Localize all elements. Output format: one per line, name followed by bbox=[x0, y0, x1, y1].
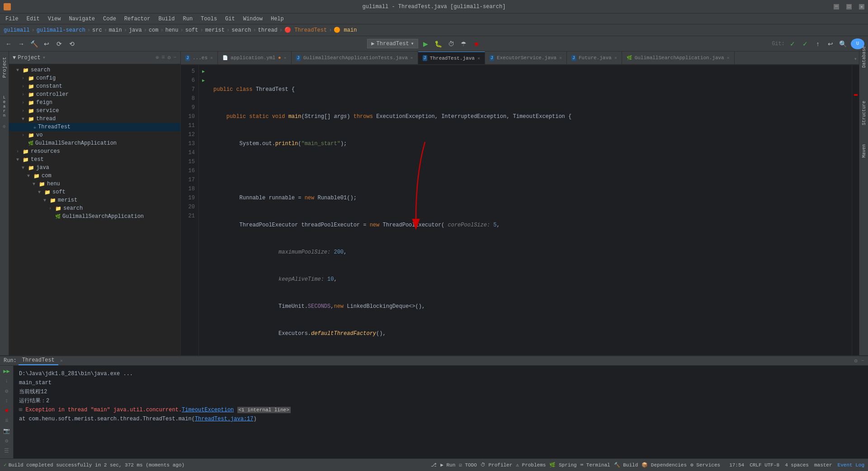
run-camera-icon[interactable]: 📷 bbox=[3, 427, 10, 434]
breadcrumb-merist[interactable]: merist bbox=[205, 27, 225, 33]
sync-button[interactable]: ⟳ bbox=[54, 39, 64, 49]
tree-item-vo[interactable]: › 📁 vo bbox=[9, 131, 180, 139]
tree-item-config[interactable]: › 📁 config bbox=[9, 74, 180, 82]
threadtest-java-link[interactable]: ThreadTest.java:17 bbox=[195, 416, 254, 422]
git-undo[interactable]: ↩ bbox=[826, 39, 835, 49]
tree-item-com[interactable]: ▼ 📁 com bbox=[9, 172, 180, 180]
run-close-icon[interactable]: – bbox=[861, 358, 864, 364]
run-config-selector[interactable]: ▶ ThreadTest ▾ bbox=[367, 39, 418, 48]
forward-button[interactable]: → bbox=[16, 39, 26, 49]
git-checkmark1[interactable]: ✓ bbox=[788, 39, 797, 49]
breadcrumb-thread[interactable]: thread bbox=[258, 27, 278, 33]
project-collapse-icon[interactable]: ≡ bbox=[161, 54, 165, 61]
run-button[interactable]: ▶ bbox=[421, 39, 431, 49]
tab-tests[interactable]: J GulimallSearchApplicationTests.java ✕ bbox=[292, 52, 418, 64]
refresh-button[interactable]: ⟲ bbox=[67, 39, 77, 49]
tab-yaml-close[interactable]: ✕ bbox=[284, 55, 287, 61]
tree-item-app[interactable]: 🌿 GulimallSearchApplication bbox=[9, 139, 180, 147]
tree-item-thread[interactable]: ▼ 📁 thread bbox=[9, 115, 180, 123]
breadcrumb-gulimall-search[interactable]: gulimall-search bbox=[37, 27, 85, 33]
status-dependencies[interactable]: 📦 Dependencies bbox=[642, 462, 687, 468]
status-run[interactable]: ▶ Run bbox=[440, 462, 455, 468]
maximize-button[interactable]: □ bbox=[846, 4, 852, 9]
run-settings-icon[interactable]: ⚙ bbox=[854, 358, 858, 364]
timeout-exception-link[interactable]: TimeoutException bbox=[182, 407, 234, 413]
tree-item-constant[interactable]: › 📁 constant bbox=[9, 82, 180, 90]
status-todo[interactable]: ☑ TODO bbox=[459, 462, 477, 468]
tree-item-merist[interactable]: ▼ 📁 merist bbox=[9, 196, 180, 204]
debug-button[interactable]: 🐛 bbox=[434, 39, 443, 49]
tab-es[interactable]: J ...es ✕ bbox=[181, 52, 218, 64]
project-close-icon[interactable]: – bbox=[174, 54, 177, 61]
status-git-branch[interactable]: master bbox=[814, 462, 832, 468]
breadcrumb-com[interactable]: com bbox=[149, 27, 159, 33]
project-tool-label[interactable]: Project bbox=[1, 53, 8, 81]
project-dropdown[interactable]: ▾ bbox=[42, 54, 46, 61]
profile-button[interactable]: ⏱ bbox=[446, 39, 456, 49]
tree-item-feign[interactable]: › 📁 feign bbox=[9, 99, 180, 107]
scrollbar-area[interactable] bbox=[852, 65, 859, 355]
stop-button[interactable]: ■ bbox=[472, 39, 481, 49]
menu-view[interactable]: View bbox=[44, 15, 65, 23]
menu-file[interactable]: File bbox=[2, 15, 22, 23]
coverage-button[interactable]: ☂ bbox=[459, 39, 469, 49]
menu-edit[interactable]: Edit bbox=[23, 15, 43, 23]
breadcrumb-search[interactable]: search bbox=[231, 27, 251, 33]
tree-item-resources[interactable]: › 📁 resources bbox=[9, 147, 180, 155]
tree-item-henu[interactable]: ▼ 📁 henu bbox=[9, 180, 180, 188]
tree-item-java[interactable]: ▼ 📁 java bbox=[9, 164, 180, 172]
tab-future[interactable]: J Future.java ✕ bbox=[567, 52, 622, 64]
status-indent[interactable]: 4 spaces bbox=[785, 462, 809, 468]
menu-navigate[interactable]: Navigate bbox=[65, 15, 99, 23]
menu-help[interactable]: Help bbox=[267, 15, 288, 23]
learn-icon[interactable]: Learn bbox=[1, 103, 8, 110]
breadcrumb-soft[interactable]: soft bbox=[185, 27, 198, 33]
tab-application-yml[interactable]: 📄 application.yml ● ✕ bbox=[218, 52, 292, 64]
structure-icon[interactable]: Structure bbox=[860, 109, 868, 117]
menu-code[interactable]: Code bbox=[99, 15, 120, 23]
run-settings2-icon[interactable]: ⚙ bbox=[3, 437, 10, 444]
menu-build[interactable]: Build bbox=[155, 15, 178, 23]
code-editor[interactable]: 5 6 7 8 9 10 11 12 13 14 15 16 17 18 19 … bbox=[181, 65, 859, 355]
breadcrumb-threadtest[interactable]: 🔴 ThreadTest bbox=[284, 27, 327, 33]
tab-app-close[interactable]: ✕ bbox=[727, 55, 730, 61]
tab-app[interactable]: 🌿 GulimallSearchApplication.java ✕ bbox=[622, 52, 735, 64]
back-button[interactable]: ← bbox=[4, 39, 14, 49]
tree-item-soft[interactable]: ▼ 📁 soft bbox=[9, 188, 180, 196]
plugins-icon[interactable]: ⚙ bbox=[1, 123, 8, 130]
tab-es-close[interactable]: ✕ bbox=[210, 55, 213, 61]
breadcrumb-main-method[interactable]: 🟠 main bbox=[334, 27, 357, 33]
tab-executorservice-close[interactable]: ✕ bbox=[559, 55, 562, 61]
status-build[interactable]: 🔨 Build bbox=[614, 462, 638, 468]
git-push[interactable]: ↑ bbox=[813, 39, 823, 49]
tab-threadtest-close[interactable]: ✕ bbox=[477, 56, 480, 61]
tree-item-test[interactable]: ▼ 📁 test bbox=[9, 155, 180, 164]
status-services[interactable]: ⚙ Services bbox=[690, 462, 720, 468]
run-filter-icon[interactable]: ☰ bbox=[3, 447, 10, 454]
run-tool-icon[interactable]: ⚙ bbox=[3, 387, 10, 395]
run-restart-icon[interactable]: ▶▶ bbox=[3, 367, 10, 375]
breadcrumb-main[interactable]: main bbox=[109, 27, 122, 33]
tree-item-service[interactable]: › 📁 service bbox=[9, 107, 180, 115]
code-content[interactable]: public class ThreadTest { public static … bbox=[208, 65, 852, 355]
minimize-button[interactable]: ─ bbox=[834, 4, 839, 9]
tab-tests-close[interactable]: ✕ bbox=[410, 55, 413, 61]
maven-icon[interactable]: Maven bbox=[860, 147, 868, 155]
tab-future-close[interactable]: ✕ bbox=[614, 55, 617, 61]
project-settings-icon[interactable]: ⚙ bbox=[168, 54, 171, 61]
run-tab-close[interactable]: ✕ bbox=[60, 358, 63, 363]
breadcrumb-henu[interactable]: henu bbox=[165, 27, 179, 33]
menu-refactor[interactable]: Refactor bbox=[121, 15, 154, 23]
close-button[interactable]: ✕ bbox=[859, 4, 864, 9]
tree-item-search2[interactable]: › 📁 search bbox=[9, 204, 180, 212]
run-scroll-icon[interactable]: ↕ bbox=[3, 397, 10, 405]
status-problems[interactable]: ⚠ Problems bbox=[516, 462, 546, 468]
search-button[interactable]: 🔍 bbox=[838, 39, 848, 49]
breadcrumb-src[interactable]: src bbox=[92, 27, 102, 33]
status-profiler[interactable]: ⏱ Profiler bbox=[481, 462, 512, 468]
breadcrumb-java[interactable]: java bbox=[129, 27, 142, 33]
run-stop-icon[interactable]: ■ bbox=[3, 407, 10, 414]
tab-executorservice[interactable]: J ExecutorService.java ✕ bbox=[485, 52, 567, 64]
menu-git[interactable]: Git bbox=[222, 15, 239, 23]
tree-item-threadtest[interactable]: ☕ ThreadTest bbox=[9, 123, 180, 131]
